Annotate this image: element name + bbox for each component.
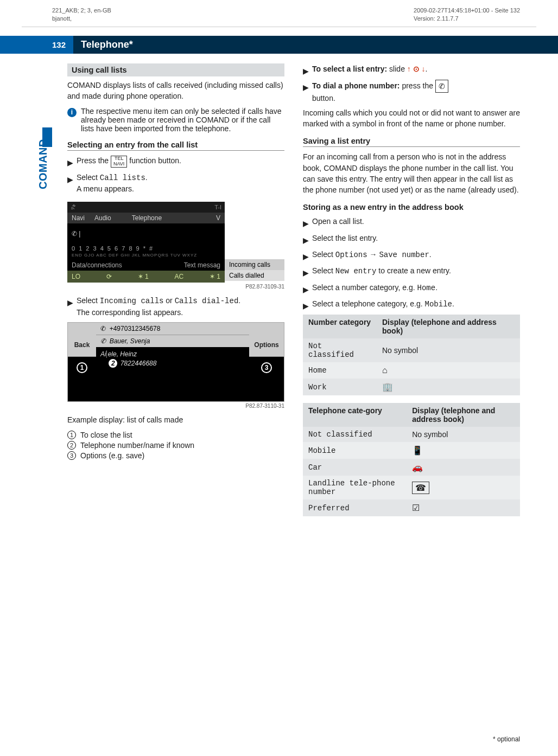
th-display: Display (telephone and address book) [377,315,520,338]
image-id: P82.87-3110-31 [67,403,284,409]
telephone-category-table: Telephone cate-gory Display (telephone a… [303,403,520,516]
step-text: Select [77,296,100,305]
step-text: . [238,296,240,305]
step-text: . [145,173,148,182]
meta-top-left-2: bjanott, [52,15,111,23]
step-text: . [435,283,437,292]
step-select-list-entry: ▶Select the list entry. [303,233,520,246]
ss-tab: Navi [72,214,85,222]
ss-top-number: +4970312345678 [110,325,161,332]
para-comand-displays: COMAND displays lists of calls received … [67,80,284,102]
step-open-call-list: ▶Open a call list. [303,216,520,229]
mono-text: New entry [335,267,377,276]
step-text: function button. [129,156,181,165]
header-metadata: 221_AKB; 2; 3, en-GB bjanott, 2009-02-27… [0,0,558,27]
ss-abc: END GJO ABC DEF GHI JKL MNOPQRS TUV WXYZ [67,253,225,260]
td-work: Work [303,379,377,395]
side-rail: COMAND [22,63,52,524]
circle-1-icon: 1 [77,362,87,373]
car-icon: 🚗 [407,459,520,476]
triangle-icon: ▶ [303,82,309,93]
home-icon: ⌂ [377,362,520,379]
ss-tab: Telephone [132,214,162,222]
step-select-incoming: ▶ Select Incoming calls or Calls dial-le… [67,295,284,318]
mobile-icon: 📱 [407,442,520,459]
ss-ai: Ai [100,350,106,358]
step-bold: To dial a phone number: [312,81,400,90]
ss-tab: V [216,214,220,222]
triangle-icon: ▶ [303,66,309,76]
image-id: P82.87-3109-31 [67,284,284,290]
mono-text: Call lists [100,174,145,182]
tel-navi-button-icon: TELNAVI [111,156,127,168]
triangle-icon: ▶ [303,235,309,246]
td-no-symbol: No symbol [407,427,520,442]
td-not-classified: Not classified [303,338,377,362]
step-text: Select [77,173,100,182]
ss-ac: AC [174,273,183,280]
step-to-select-entry: ▶ To select a list entry: slide ↑ ⊙ ↓. [303,63,520,76]
phone-icon: ✆ [72,230,77,238]
meta-top-left-1: 221_AKB; 2; 3, en-GB [52,7,111,15]
ss-tab: Audio [94,214,111,222]
ss-back: Back [68,334,96,357]
footnote-optional: * optional [493,735,520,743]
heading-saving-entry: Saving a list entry [303,137,520,147]
step-bold: To select a list entry: [312,65,387,73]
section-title: Telephone* [73,36,558,54]
ss-ele: ele, Heinz [108,350,137,358]
circle-2-icon: 2 [107,358,118,369]
td-mobile: Mobile [303,442,407,459]
work-icon: 🏢 [377,379,520,395]
th-tel-category: Telephone cate-gory [303,403,407,427]
mono-text: Incoming calls [100,297,164,305]
screenshot-menu: ⛐T-I Navi Audio Telephone V ✆ | 0 1 2 3 … [67,202,225,283]
legend-num-3: 3 [67,451,76,460]
step-select-new-entry: ▶Select New entry to create a new entry. [303,265,520,278]
left-column: Using call lists COMAND displays lists o… [67,63,284,524]
arrow-icon: → [367,250,379,259]
step-text: button. [312,94,335,102]
para-incoming-marked: Incoming calls which you could not or di… [303,107,520,130]
checkbox-icon: ☑ [407,499,520,516]
meta-top-right-1: 2009-02-27T14:45:18+01:00 - Seite 132 [414,7,520,15]
circle-3-icon: 3 [261,362,272,373]
header-rule [22,27,536,27]
step-text: The corresponding list appears. [77,308,183,317]
info-icon: i [67,108,77,117]
legend: 1To close the list 2Telephone number/nam… [67,431,284,460]
step-press-tel: ▶ Press the TELNAVI function button. [67,155,284,168]
step-text: slide [387,65,407,73]
step-text: Select [312,266,335,275]
step-text: press the [400,81,435,90]
mono-text: Options [335,251,367,259]
step-to-dial: ▶ To dial a phone number: press the ✆but… [303,80,520,104]
td-landline: Landline tele-phone number [303,476,407,499]
slide-icon: ↑ ⊙ ↓ [407,65,426,73]
td-not-classified: Not classified [303,427,407,442]
side-label: COMAND [37,139,49,189]
heading-using-call-lists: Using call lists [67,63,284,76]
triangle-icon: ▶ [303,251,309,262]
info-note-text: The respective menu item can only be sel… [81,107,284,133]
step-text: Select the list entry. [312,233,378,244]
step-select-call-lists: ▶ Select Call lists. A menu appears. [67,172,284,195]
legend-text: Options (e.g. save) [80,451,144,460]
triangle-icon: ▶ [303,284,309,295]
legend-text: Telephone number/name if known [80,441,194,450]
heading-storing: Storing as a new entry in the address bo… [303,203,520,212]
td-preferred: Preferred [303,499,407,516]
info-note: i The respective menu item can only be s… [67,107,284,133]
td-home: Home [303,362,377,379]
right-column: ▶ To select a list entry: slide ↑ ⊙ ↓. ▶… [303,63,520,524]
page-number: 132 [0,36,73,54]
step-select-tel-cat: ▶Select a telephone category, e.g. Mobil… [303,298,520,311]
step-text: Select a telephone category, e.g. [312,299,425,308]
example-caption: Example display: list of calls made [67,414,284,425]
step-text: A menu appears. [77,184,134,193]
td-no-symbol: No symbol [377,338,520,362]
ss-options: Options [249,334,284,357]
step-text: or [163,296,174,305]
mono-text: Save number [379,251,429,259]
triangle-icon: ▶ [303,218,309,229]
